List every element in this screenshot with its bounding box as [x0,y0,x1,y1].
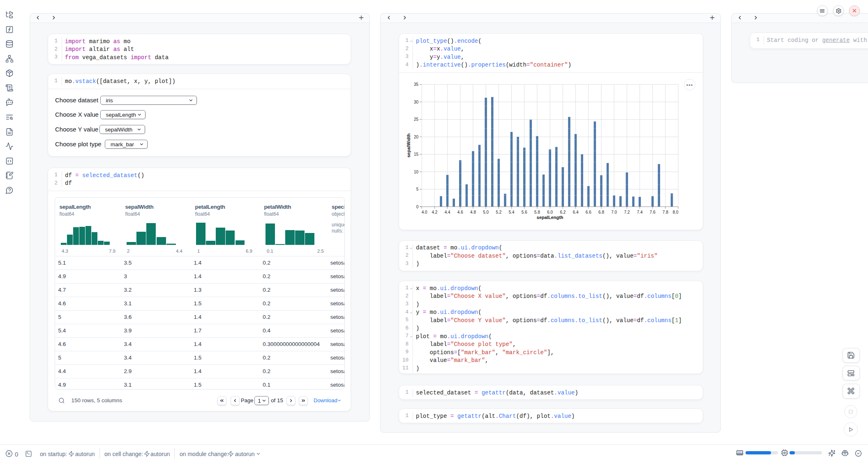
svg-text:5.0: 5.0 [483,210,489,214]
svg-text:20: 20 [414,135,419,139]
svg-text:6.2: 6.2 [560,210,566,214]
svg-text:5.6: 5.6 [522,210,527,214]
svg-text:5: 5 [416,187,419,191]
svg-text:30: 30 [414,100,419,104]
svg-text:6.6: 6.6 [586,210,591,214]
svg-text:6.0: 6.0 [547,210,553,214]
svg-text:7.4: 7.4 [637,210,643,214]
svg-text:6.4: 6.4 [573,210,579,214]
svg-text:5.8: 5.8 [534,210,540,214]
svg-text:6.8: 6.8 [598,210,604,214]
svg-text:7.6: 7.6 [650,210,656,214]
svg-text:35: 35 [414,82,419,87]
svg-text:8.0: 8.0 [673,210,679,214]
svg-text:4.0: 4.0 [422,210,427,214]
svg-text:sepalWidth: sepalWidth [406,133,411,157]
svg-text:7.8: 7.8 [663,210,668,214]
svg-text:4.4: 4.4 [445,210,450,214]
svg-text:4.2: 4.2 [432,210,437,214]
svg-text:10: 10 [414,170,419,174]
svg-text:sepalLength: sepalLength [537,215,563,220]
svg-text:4.6: 4.6 [457,210,463,214]
svg-text:15: 15 [414,152,419,157]
svg-text:5.4: 5.4 [509,210,515,214]
svg-text:25: 25 [414,117,419,122]
svg-text:7.0: 7.0 [611,210,617,214]
svg-text:0: 0 [416,205,419,209]
svg-text:7.2: 7.2 [624,210,630,214]
svg-text:4.8: 4.8 [470,210,476,214]
svg-text:5.2: 5.2 [496,210,501,214]
